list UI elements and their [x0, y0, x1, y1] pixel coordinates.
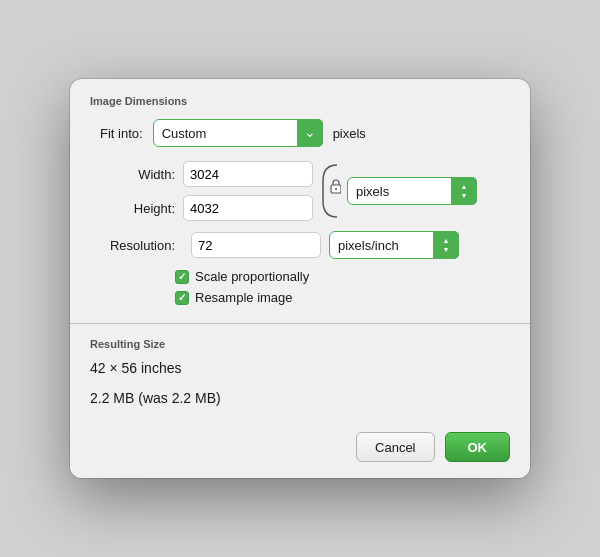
- ok-button[interactable]: OK: [445, 432, 511, 462]
- fit-into-row: Fit into: Custom pixels: [90, 119, 510, 147]
- width-input[interactable]: [183, 161, 313, 187]
- scale-label: Scale proportionally: [195, 269, 309, 284]
- resample-checkbox[interactable]: [175, 291, 189, 305]
- height-input[interactable]: [183, 195, 313, 221]
- resulting-size-title: Resulting Size: [90, 338, 510, 350]
- resolution-row: Resolution: pixels/inch pixels/cm: [90, 231, 510, 259]
- unit-select-wrapper: pixels inches cm: [347, 177, 477, 205]
- image-dimensions-section: Image Dimensions Fit into: Custom pixels…: [70, 79, 530, 323]
- fit-into-select-wrapper: Custom: [153, 119, 323, 147]
- wh-labels-inputs: Width: Height:: [100, 161, 313, 221]
- fit-into-select[interactable]: Custom: [153, 119, 323, 147]
- wh-fields-area: Width: Height:: [90, 161, 510, 221]
- resulting-size-section: Resulting Size 42 × 56 inches 2.2 MB (wa…: [70, 324, 530, 420]
- button-row: Cancel OK: [70, 420, 530, 478]
- image-dimensions-title: Image Dimensions: [90, 95, 510, 107]
- fit-into-label: Fit into:: [100, 126, 143, 141]
- height-row: Height:: [100, 195, 313, 221]
- width-row: Width:: [100, 161, 313, 187]
- resolution-unit-select[interactable]: pixels/inch pixels/cm: [329, 231, 459, 259]
- checkboxes-area: Scale proportionally Resample image: [90, 269, 510, 305]
- resample-checkbox-row: Resample image: [175, 290, 510, 305]
- image-dimensions-dialog: Image Dimensions Fit into: Custom pixels…: [70, 79, 530, 478]
- scale-checkbox-row: Scale proportionally: [175, 269, 510, 284]
- svg-point-1: [335, 188, 337, 190]
- resolution-unit-wrapper: pixels/inch pixels/cm: [329, 231, 459, 259]
- lock-bracket: [319, 161, 341, 221]
- lock-bracket-svg: [319, 161, 341, 221]
- resolution-input[interactable]: [191, 232, 321, 258]
- cancel-button[interactable]: Cancel: [356, 432, 434, 462]
- result-filesize-text: 2.2 MB (was 2.2 MB): [90, 390, 510, 406]
- width-label: Width:: [100, 167, 175, 182]
- height-label: Height:: [100, 201, 175, 216]
- resolution-label: Resolution:: [100, 238, 175, 253]
- scale-checkbox[interactable]: [175, 270, 189, 284]
- resample-label: Resample image: [195, 290, 293, 305]
- unit-select[interactable]: pixels inches cm: [347, 177, 477, 205]
- fit-into-pixels-label: pixels: [333, 126, 366, 141]
- result-dimensions-text: 42 × 56 inches: [90, 360, 510, 376]
